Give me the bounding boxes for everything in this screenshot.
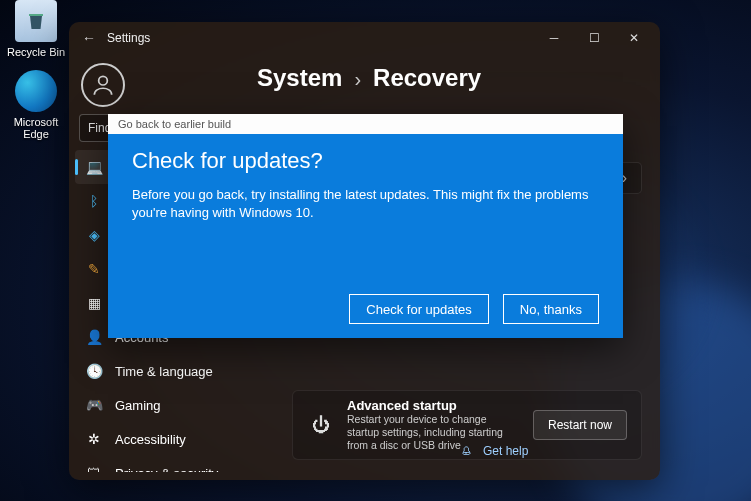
desktop-icon-recycle-bin[interactable]: Recycle Bin [4,0,68,58]
titlebar: ← Settings ─ ☐ ✕ [69,22,660,54]
back-button[interactable]: ← [75,30,103,46]
time-icon: 🕓 [85,362,103,380]
accessibility-icon: ✲ [85,430,103,448]
gaming-icon: 🎮 [85,396,103,414]
sidebar-item-label: Privacy & security [115,466,218,473]
desktop-icon-edge[interactable]: Microsoft Edge [4,70,68,140]
sidebar-item-label: Time & language [115,364,213,379]
personalization-icon: ✎ [85,260,103,278]
accounts-icon: 👤 [85,328,103,346]
no-thanks-button[interactable]: No, thanks [503,294,599,324]
power-icon: ⏻ [307,415,335,436]
close-button[interactable]: ✕ [614,22,654,54]
sidebar-item-label: Accessibility [115,432,186,447]
user-avatar[interactable] [81,63,125,107]
option-title: Advanced startup [347,398,521,413]
get-help-label: Get help [483,444,528,458]
svg-point-0 [99,76,108,85]
recycle-bin-icon [15,0,57,42]
breadcrumb-current: Recovery [373,64,481,92]
edge-icon [15,70,57,112]
dialog-body-text: Before you go back, try installing the l… [132,186,592,222]
person-icon [90,72,116,98]
chevron-right-icon: › [354,68,361,91]
desktop-icon-label: Microsoft Edge [4,116,68,140]
window-title: Settings [103,31,534,45]
sidebar-item-time[interactable]: 🕓 Time & language [75,354,243,388]
sidebar-item-accessibility[interactable]: ✲ Accessibility [75,422,243,456]
apps-icon: ▦ [85,294,103,312]
sidebar-item-label: Gaming [115,398,161,413]
minimize-button[interactable]: ─ [534,22,574,54]
dialog-heading: Check for updates? [132,148,599,174]
desktop-icon-label: Recycle Bin [4,46,68,58]
restart-now-button[interactable]: Restart now [533,410,627,440]
privacy-icon: 🛡 [85,464,103,472]
help-icon: 🕭 [461,444,473,458]
maximize-button[interactable]: ☐ [574,22,614,54]
get-help-link[interactable]: 🕭 Get help [461,444,528,458]
breadcrumb-parent[interactable]: System [257,64,342,92]
check-for-updates-button[interactable]: Check for updates [349,294,489,324]
go-back-dialog: Go back to earlier build Check for updat… [108,114,623,338]
breadcrumb: System › Recovery [251,64,642,92]
sidebar-item-privacy[interactable]: 🛡 Privacy & security [75,456,243,472]
dialog-titlebar: Go back to earlier build [108,114,623,134]
dialog-titlebar-text: Go back to earlier build [118,118,231,130]
network-icon: ◈ [85,226,103,244]
sidebar-item-gaming[interactable]: 🎮 Gaming [75,388,243,422]
system-icon: 💻 [85,158,103,176]
bluetooth-icon: ᛒ [85,192,103,210]
